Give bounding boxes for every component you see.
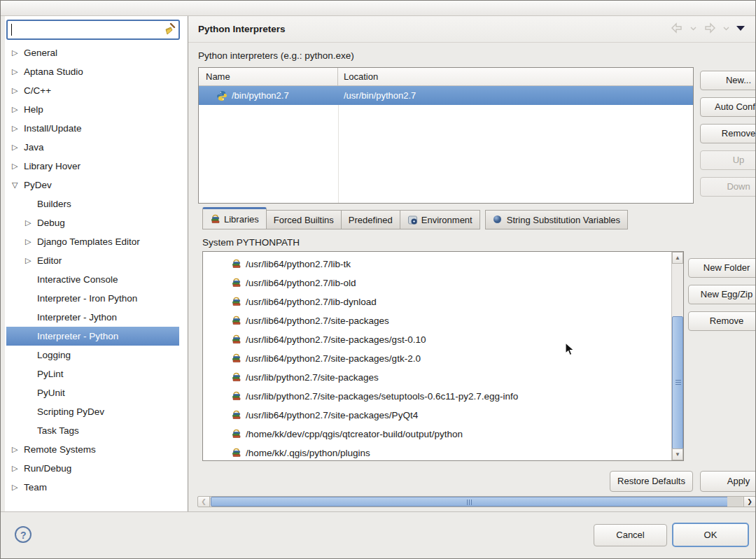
library-folder-icon	[231, 448, 241, 458]
expander-expanded-icon[interactable]: ▽	[12, 181, 24, 190]
sidebar-item-interpreter-jython[interactable]: Interpreter - Jython	[6, 308, 179, 327]
sidebar-item-pyunit[interactable]: PyUnit	[6, 383, 179, 402]
remove-button[interactable]: Remove	[700, 124, 756, 143]
pythonpath-entry-text: /home/kk/.qgis/python/plugins	[246, 448, 370, 458]
pythonpath-entry[interactable]: /home/kk/dev/cpp/qgis/qtcreator-build/ou…	[203, 425, 671, 444]
scroll-left-icon[interactable]: ❮	[198, 497, 210, 507]
new-folder-button[interactable]: New Folder	[688, 258, 756, 278]
sidebar-item-pydev[interactable]: ▽PyDev	[6, 176, 179, 194]
sidebar-item-remote-systems[interactable]: ▷Remote Systems	[6, 440, 179, 459]
forward-dropdown-icon[interactable]	[723, 26, 729, 31]
sidebar-item-help[interactable]: ▷Help	[6, 100, 179, 119]
pythonpath-entry[interactable]: /usr/lib64/python2.7/lib-dynload	[203, 292, 671, 311]
sidebar-item-run-debug[interactable]: ▷Run/Debug	[6, 459, 179, 478]
interpreter-actions: New...Auto ConfigRemoveUpDown	[700, 71, 756, 197]
sidebar-item-library-hover[interactable]: ▷Library Hover	[6, 157, 179, 176]
sidebar-item-aptana-studio[interactable]: ▷Aptana Studio	[6, 62, 179, 81]
help-button[interactable]: ?	[15, 526, 31, 543]
pythonpath-entry[interactable]: /usr/lib64/python2.7/site-packages	[203, 311, 671, 330]
new-button[interactable]: New...	[700, 71, 756, 90]
expander-collapsed-icon[interactable]: ▷	[12, 143, 24, 152]
pythonpath-entry[interactable]: /usr/lib/python2.7/site-packages	[203, 368, 671, 387]
view-menu-icon[interactable]	[736, 24, 746, 31]
tab-forced-builtins[interactable]: Forced Builtins	[267, 210, 342, 229]
expander-collapsed-icon[interactable]: ▷	[25, 256, 37, 265]
tab-predefined[interactable]: Predefined	[342, 210, 400, 229]
sidebar-item-editor[interactable]: ▷Editor	[6, 251, 179, 270]
sidebar-item-interpreter-python[interactable]: Interpreter - Python	[6, 327, 179, 346]
library-folder-icon	[231, 429, 241, 439]
scroll-up-icon[interactable]: ▲	[672, 252, 683, 264]
scroll-right-icon[interactable]: ❯	[743, 497, 755, 507]
pythonpath-entry[interactable]: /usr/lib64/python2.7/lib-old	[203, 274, 671, 292]
pythonpath-entry[interactable]: /usr/lib64/python2.7/site-packages/gst-0…	[203, 330, 671, 349]
remove-button[interactable]: Remove	[688, 311, 756, 331]
horizontal-scrollbar-thumb[interactable]	[211, 497, 729, 507]
pythonpath-entry[interactable]: /usr/lib/python2.7/site-packages/setupto…	[203, 387, 671, 406]
window-titlebar	[1, 1, 755, 16]
sidebar-item-label: Run/Debug	[24, 463, 71, 474]
cancel-button[interactable]: Cancel	[594, 524, 667, 546]
auto-config-button[interactable]: Auto Config	[700, 97, 756, 117]
apply-button[interactable]: Apply	[700, 471, 756, 492]
sidebar-item-pylint[interactable]: PyLint	[6, 365, 179, 383]
sidebar-item-java[interactable]: ▷Java	[6, 138, 179, 157]
expander-collapsed-icon[interactable]: ▷	[12, 86, 24, 95]
down-button[interactable]: Down	[700, 177, 756, 197]
expander-collapsed-icon[interactable]: ▷	[12, 445, 24, 454]
horizontal-scrollbar[interactable]: ❮ ❯	[197, 496, 756, 507]
pythonpath-entry[interactable]: /usr/lib64/python2.7/site-packages/gtk-2…	[203, 349, 671, 368]
sidebar-item-django-templates-editor[interactable]: ▷Django Templates Editor	[6, 232, 179, 251]
sidebar-item-label: Interactive Console	[37, 274, 118, 285]
scroll-down-icon[interactable]: ▼	[672, 448, 683, 460]
expander-collapsed-icon[interactable]: ▷	[12, 67, 24, 76]
up-button[interactable]: Up	[700, 150, 756, 170]
sidebar-item-c-c[interactable]: ▷C/C++	[6, 81, 179, 100]
sidebar-item-interpreter-iron-python[interactable]: Interpreter - Iron Python	[6, 289, 179, 308]
tab-libraries[interactable]: Libraries	[202, 207, 267, 229]
vertical-scrollbar[interactable]: ▲ ▼	[671, 252, 683, 460]
sidebar-item-general[interactable]: ▷General	[6, 43, 179, 62]
restore-defaults-button[interactable]: Restore Defaults	[610, 471, 693, 492]
pythonpath-entry[interactable]: /home/kk/.qgis/python/plugins	[203, 444, 671, 461]
back-dropdown-icon[interactable]	[690, 26, 696, 31]
tab-environment[interactable]: Environment	[400, 210, 480, 229]
sidebar-item-label: Team	[24, 482, 47, 493]
preferences-dialog: ▷General▷Aptana Studio▷C/C++▷Help▷Instal…	[0, 0, 756, 559]
sidebar-item-install-update[interactable]: ▷Install/Update	[6, 119, 179, 138]
back-icon[interactable]	[670, 22, 684, 34]
sidebar-item-label: C/C++	[24, 85, 51, 96]
expander-collapsed-icon[interactable]: ▷	[12, 48, 24, 57]
expander-collapsed-icon[interactable]: ▷	[12, 483, 24, 492]
expander-collapsed-icon[interactable]: ▷	[12, 124, 24, 133]
expander-collapsed-icon[interactable]: ▷	[12, 162, 24, 171]
library-folder-icon	[231, 259, 241, 269]
interpreter-name: /bin/python2.7	[232, 90, 289, 101]
new-egg-zip-button[interactable]: New Egg/Zip	[688, 285, 756, 304]
expander-collapsed-icon[interactable]: ▷	[12, 105, 24, 114]
sidebar-item-team[interactable]: ▷Team	[6, 478, 179, 497]
expander-collapsed-icon[interactable]: ▷	[12, 464, 24, 473]
scrollbar-track[interactable]	[727, 497, 743, 507]
sidebar-item-logging[interactable]: Logging	[6, 346, 179, 365]
vertical-scrollbar-thumb[interactable]	[672, 316, 683, 449]
interpreter-row[interactable]: /bin/python2.7/usr/bin/python2.7	[199, 86, 693, 105]
pythonpath-entry[interactable]: /usr/lib64/python2.7/lib-tk	[203, 255, 671, 274]
sidebar-item-scripting-pydev[interactable]: Scripting PyDev	[6, 402, 179, 421]
sidebar-item-interactive-console[interactable]: Interactive Console	[6, 270, 179, 289]
sidebar-item-builders[interactable]: Builders	[6, 194, 179, 213]
ok-button[interactable]: OK	[672, 523, 749, 547]
column-header-name[interactable]: Name	[199, 68, 338, 85]
sidebar-item-task-tags[interactable]: Task Tags	[6, 421, 179, 440]
expander-collapsed-icon[interactable]: ▷	[25, 218, 37, 227]
sidebar-item-debug[interactable]: ▷Debug	[6, 213, 179, 232]
expander-collapsed-icon[interactable]: ▷	[25, 237, 37, 246]
clear-filter-broom-icon[interactable]	[162, 23, 176, 36]
forward-icon[interactable]	[703, 22, 717, 34]
filter-search-input[interactable]	[9, 22, 159, 37]
pythonpath-entry[interactable]: /usr/lib64/python2.7/site-packages/PyQt4	[203, 406, 671, 425]
column-header-location[interactable]: Location	[338, 68, 693, 85]
library-folder-icon	[231, 334, 241, 345]
tab-string-substitution-variables[interactable]: String Substitution Variables	[485, 210, 628, 229]
pythonpath-entry-text: /usr/lib64/python2.7/lib-tk	[246, 259, 351, 269]
